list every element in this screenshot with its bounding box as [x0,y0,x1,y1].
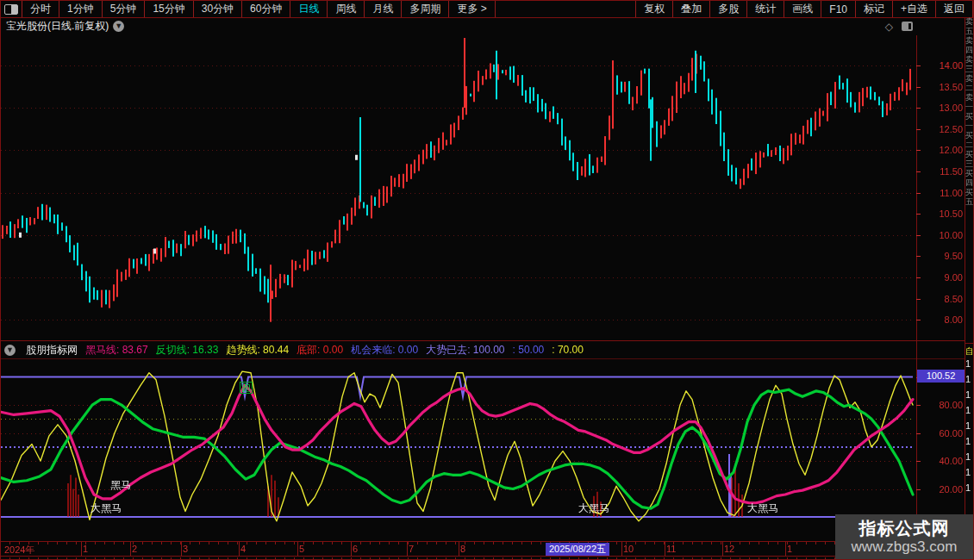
signal-label-大黑马-1: 大黑马 [91,501,122,516]
function-tab-叠加[interactable]: 叠加 [673,1,710,17]
indicator-header: ▼ 股朋指标网 黑马线: 83.67反切线: 16.33趋势线: 80.44底部… [1,342,915,358]
indicator-value-label-60.00: 60.00 [920,428,963,439]
indicator-source-label: 股朋指标网 [26,343,78,358]
function-tab-标记[interactable]: 标记 [856,1,893,17]
axis-tick [916,108,921,109]
period-tab-5分钟[interactable]: 5分钟 [103,1,146,17]
run-signal-marker: 跑 [240,382,253,394]
period-tab-1分钟[interactable]: 1分钟 [59,1,103,17]
stock-title: 宝光股份(日线.前复权) [6,19,109,34]
indicator-cursor-value: 100.52 [917,370,965,383]
title-bar: 宝光股份(日线.前复权) ▼ ◇ [1,17,973,35]
price-label-12.00: 12.00 [920,145,963,155]
price-label-13.50: 13.50 [920,82,963,92]
indicator-field-5: 大势已去: 100.00 [426,343,504,358]
date-label-11: 11 [666,544,676,554]
app-window: 分时1分钟5分钟15分钟30分钟60分钟日线周线月线多周期更多 > 复权叠加多股… [0,0,974,560]
period-tab-多周期[interactable]: 多周期 [402,1,449,17]
date-label-4: 4 [240,544,246,554]
date-label-7: 7 [409,544,414,554]
quote-char: 三 [965,65,974,74]
quote-char: 一 [965,121,974,131]
indicator-field-7: : 70.00 [552,344,584,356]
axis-tick [916,277,921,278]
axis-tick [916,489,921,490]
watermark: 指标公式网 www.zbgs3.com [835,514,973,559]
period-tab-15分钟[interactable]: 15分钟 [145,1,193,17]
date-label-3: 3 [183,544,188,554]
function-tab-F10[interactable]: F10 [821,1,856,17]
price-digit: 1 [965,464,974,480]
function-tab-统计[interactable]: 统计 [747,1,784,17]
date-label-12: 12 [724,544,734,554]
price-digit: 1 [965,418,974,433]
month-tick [130,542,131,556]
month-tick [785,542,786,556]
indicator-field-6: : 50.00 [513,344,545,356]
price-label-13.00: 13.00 [920,103,963,113]
axis-tick [916,433,921,434]
month-tick [297,542,298,556]
axis-tick [916,65,921,66]
diamond-icon[interactable]: ◇ [885,21,893,33]
quote-char: 二 [965,84,974,93]
period-tab-更多 >[interactable]: 更多 > [449,1,495,17]
period-tabs: 分时1分钟5分钟15分钟30分钟60分钟日线周线月线多周期更多 > [22,1,496,17]
axis-tick [916,235,921,236]
price-label-11.50: 11.50 [920,166,963,177]
price-digit: 1 [965,387,974,402]
function-tab-复权[interactable]: 复权 [636,1,673,17]
price-label-10.50: 10.50 [920,208,963,219]
quote-panel-sliver[interactable]: 卖五卖四卖三卖二卖一买一买二买三买四买五自111111111 [965,17,974,560]
watermark-title: 指标公式网 [859,518,950,538]
quote-char: 五 [965,27,974,36]
collapse-chevron-icon[interactable]: ▼ [4,345,16,356]
indicator-field-4: 机会来临: 0.00 [351,343,418,358]
indicator-value-label-40.00: 40.00 [920,456,963,466]
price-label-8.00: 8.00 [920,314,963,325]
indicator-field-0: 黑马线: 83.67 [85,343,148,358]
price-label-10.00: 10.00 [920,230,963,240]
month-tick [722,542,723,556]
period-tab-60分钟[interactable]: 60分钟 [242,1,290,17]
period-tab-日线[interactable]: 日线 [290,1,328,17]
period-tab-周线[interactable]: 周线 [328,1,365,17]
function-tab-多股[interactable]: 多股 [710,1,747,17]
indicator-field-2: 趋势线: 80.44 [226,343,289,358]
date-axis[interactable]: 2024年123456782025/08/22五1011121 [1,541,965,557]
separator-line [1,340,965,341]
axis-tick [916,87,921,88]
date-label-1: 1 [83,544,88,554]
layout-toggle-button[interactable] [1,1,22,17]
function-tab-画线[interactable]: 画线 [784,1,821,17]
period-toolbar: 分时1分钟5分钟15分钟30分钟60分钟日线周线月线多周期更多 > 复权叠加多股… [1,1,973,18]
watermark-url: www.zbgs3.com [852,538,958,556]
chevron-down-icon[interactable]: ▼ [113,21,124,32]
period-tab-月线[interactable]: 月线 [365,1,402,17]
panel-icon[interactable] [902,22,913,31]
price-digit: 1 [965,449,974,464]
date-label-5: 5 [299,544,304,554]
quote-char: 卖 [965,55,974,65]
price-label-11.00: 11.00 [920,188,963,198]
month-tick [181,542,182,556]
candlestick-chart[interactable] [1,35,916,341]
quote-char: 买 [965,169,974,178]
axis-tick [916,171,921,172]
indicator-chart[interactable] [1,359,916,542]
date-label-1: 1 [787,544,792,554]
quote-char: 买 [965,112,974,121]
current-date-label: 2025/08/22五 [546,543,609,556]
quote-char: 卖 [965,74,974,84]
axis-tick [916,256,921,257]
function-tab-返回[interactable]: 返回 [936,1,973,17]
function-tab-+自选[interactable]: +自选 [893,1,936,17]
price-label-8.50: 8.50 [920,294,963,304]
period-tab-30分钟[interactable]: 30分钟 [194,1,242,17]
month-tick [407,542,408,556]
period-tab-分时[interactable]: 分时 [22,1,59,17]
axis-tick [916,193,921,194]
axis-tick [916,150,921,151]
axis-tick [916,214,921,215]
quote-char: 三 [965,159,974,169]
